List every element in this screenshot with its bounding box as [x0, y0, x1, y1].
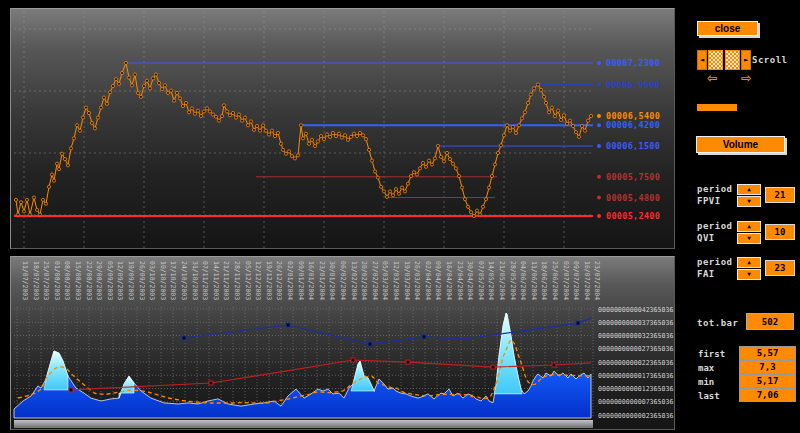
svg-text:00006,1500: 00006,1500 — [606, 141, 660, 151]
svg-text:27/02/2004: 27/02/2004 — [371, 261, 379, 300]
position-indicator-bar — [697, 104, 737, 111]
first-label: first — [698, 349, 725, 359]
svg-text:02/04/2004: 02/04/2004 — [424, 261, 432, 300]
svg-text:02/01/2004: 02/01/2004 — [286, 261, 294, 300]
svg-text:16/07/2004: 16/07/2004 — [583, 261, 591, 300]
svg-text:0000000000022365036: 0000000000022365036 — [598, 359, 673, 367]
price-markers — [14, 61, 592, 217]
scroll-label: Scroll — [752, 55, 788, 65]
svg-text:00005,2400: 00005,2400 — [606, 211, 660, 221]
svg-text:15/08/2003: 15/08/2003 — [74, 261, 82, 300]
svg-text:0000000000032365036: 0000000000032365036 — [598, 332, 673, 340]
max-label: max — [698, 363, 714, 373]
svg-text:09/01/2004: 09/01/2004 — [297, 261, 305, 300]
svg-text:12/12/2003: 12/12/2003 — [254, 261, 262, 300]
trading-app-window: 00007,230000006,950000006,540000006,4200… — [0, 0, 800, 433]
svg-text:26/09/2003: 26/09/2003 — [138, 261, 146, 300]
svg-text:05/12/2003: 05/12/2003 — [244, 261, 252, 300]
svg-text:20/02/2004: 20/02/2004 — [360, 261, 368, 300]
svg-text:18/06/2004: 18/06/2004 — [540, 261, 548, 300]
left-triangle-icon: ◄ — [700, 56, 704, 64]
svg-text:09/07/2004: 09/07/2004 — [572, 261, 580, 300]
arrow-right-icon[interactable]: ⇨ — [741, 71, 751, 83]
volume-chart: 11/07/200318/07/200325/07/200301/08/2003… — [11, 257, 674, 429]
svg-text:02/07/2004: 02/07/2004 — [562, 261, 570, 300]
arrow-left-icon[interactable]: ⇦ — [707, 71, 717, 83]
fai-spinner: ▲ ▼ — [737, 257, 761, 281]
svg-text:06/02/2004: 06/02/2004 — [339, 261, 347, 300]
volume-spike-highlight — [44, 351, 68, 390]
svg-text:0000000000037365036: 0000000000037365036 — [598, 319, 673, 327]
qvi-spinner-up[interactable]: ▲ — [737, 221, 761, 232]
fpvi-spinner: ▲ ▼ — [737, 184, 761, 208]
svg-text:24/10/2003: 24/10/2003 — [180, 261, 188, 300]
svg-text:23/01/2004: 23/01/2004 — [318, 261, 326, 300]
svg-text:07/05/2004: 07/05/2004 — [477, 261, 485, 300]
svg-text:19/12/2003: 19/12/2003 — [265, 261, 273, 300]
max-value: 7,3 — [739, 360, 796, 374]
svg-text:30/01/2004: 30/01/2004 — [328, 261, 336, 300]
qvi-spinner-down[interactable]: ▼ — [737, 233, 761, 244]
svg-text:18/07/2003: 18/07/2003 — [32, 261, 40, 300]
svg-text:11/07/2003: 11/07/2003 — [21, 261, 29, 300]
svg-text:0000000000007365036: 0000000000007365036 — [598, 398, 673, 406]
up-triangle-icon: ▲ — [747, 258, 751, 265]
last-value: 7,06 — [739, 388, 796, 402]
svg-text:00006,9500: 00006,9500 — [606, 80, 660, 90]
close-button[interactable]: close — [697, 21, 758, 36]
svg-text:00005,7500: 00005,7500 — [606, 172, 660, 182]
svg-text:0000000000002365036: 0000000000002365036 — [598, 412, 673, 420]
svg-text:17/10/2003: 17/10/2003 — [169, 261, 177, 300]
svg-text:0000000000012365036: 0000000000012365036 — [598, 385, 673, 393]
fai-spinner-up[interactable]: ▲ — [737, 257, 761, 268]
qvi-spinner: ▲ ▼ — [737, 221, 761, 245]
volume-chart-panel: 11/07/200318/07/200325/07/200301/08/2003… — [10, 256, 675, 430]
svg-text:00005,4800: 00005,4800 — [606, 193, 660, 203]
svg-text:00007,2300: 00007,2300 — [606, 58, 660, 68]
first-value: 5,57 — [739, 346, 796, 360]
svg-text:07/11/2003: 07/11/2003 — [201, 261, 209, 300]
svg-text:19/03/2004: 19/03/2004 — [403, 261, 411, 300]
fai-spinner-down[interactable]: ▼ — [737, 269, 761, 280]
svg-text:30/04/2004: 30/04/2004 — [466, 261, 474, 300]
volume-button[interactable]: Volume — [696, 136, 785, 153]
svg-text:29/08/2003: 29/08/2003 — [95, 261, 103, 300]
svg-text:12/03/2004: 12/03/2004 — [392, 261, 400, 300]
date-axis-labels: 11/07/200318/07/200325/07/200301/08/2003… — [21, 261, 601, 300]
svg-text:23/04/2004: 23/04/2004 — [456, 261, 464, 300]
price-chart-panel: 00007,230000006,950000006,540000006,4200… — [10, 8, 675, 249]
scroll-thumb-right[interactable] — [725, 50, 740, 70]
up-triangle-icon: ▲ — [747, 222, 751, 229]
price-axis-labels: 00007,230000006,950000006,540000006,4200… — [597, 58, 660, 221]
totbar-label: tot.bar — [697, 318, 738, 328]
svg-text:16/01/2004: 16/01/2004 — [307, 261, 315, 300]
fai-value[interactable]: 23 — [765, 260, 795, 276]
svg-text:0000000000042365036: 0000000000042365036 — [598, 306, 673, 314]
fpvi-value[interactable]: 21 — [765, 187, 795, 203]
totbar-value: 502 — [746, 313, 794, 330]
svg-text:22/08/2003: 22/08/2003 — [85, 261, 93, 300]
down-triangle-icon: ▼ — [747, 270, 751, 277]
qvi-value[interactable]: 10 — [765, 224, 795, 240]
svg-text:25/06/2004: 25/06/2004 — [551, 261, 559, 300]
svg-text:16/04/2004: 16/04/2004 — [445, 261, 453, 300]
bottom-scrollbar-track[interactable] — [14, 420, 593, 428]
min-value: 5,17 — [739, 374, 796, 388]
svg-text:08/08/2003: 08/08/2003 — [63, 261, 71, 300]
svg-text:0000000000027365036: 0000000000027365036 — [598, 345, 673, 353]
svg-text:31/10/2003: 31/10/2003 — [191, 261, 199, 300]
svg-text:23/07/2004: 23/07/2004 — [593, 261, 601, 300]
right-triangle-icon: ► — [744, 56, 748, 64]
svg-text:26/12/2003: 26/12/2003 — [275, 261, 283, 300]
volume-scale-labels: 0000000000042365036000000000003736503600… — [598, 306, 673, 420]
svg-text:03/10/2003: 03/10/2003 — [148, 261, 156, 300]
up-triangle-icon: ▲ — [747, 185, 751, 192]
qvi-label: QVI — [697, 233, 715, 243]
scroll-left-button[interactable]: ◄ — [697, 50, 707, 70]
min-label: min — [698, 377, 714, 387]
svg-text:14/05/2004: 14/05/2004 — [487, 261, 495, 300]
fpvi-spinner-up[interactable]: ▲ — [737, 184, 761, 195]
last-label: last — [698, 391, 720, 401]
fpvi-spinner-down[interactable]: ▼ — [737, 196, 761, 207]
svg-text:14/11/2003: 14/11/2003 — [212, 261, 220, 300]
